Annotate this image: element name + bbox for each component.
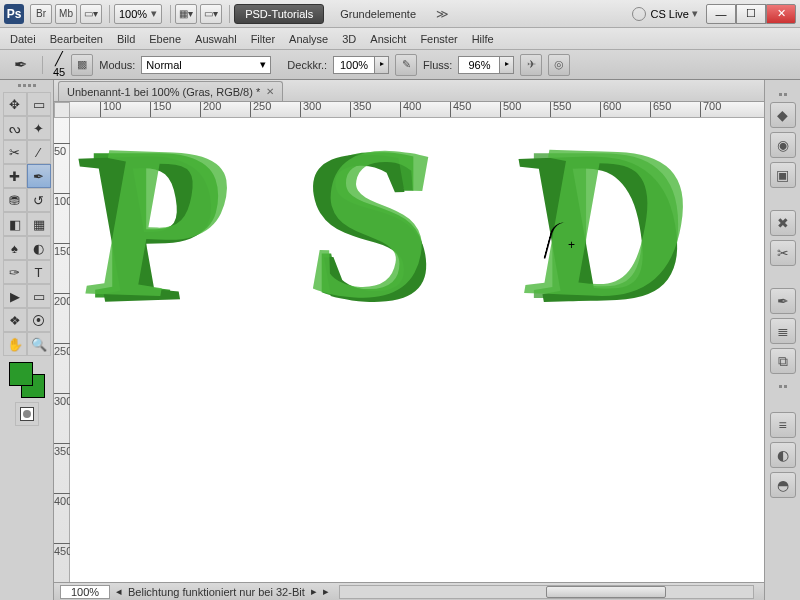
brush-size-label: 45 (53, 66, 65, 78)
cslive-icon (632, 7, 646, 21)
lasso-tool[interactable]: ᔓ (3, 116, 27, 140)
screenmode-button[interactable]: ▭▾ (200, 4, 222, 24)
status-text: Belichtung funktioniert nur bei 32-Bit (128, 586, 305, 598)
shape-tool[interactable]: ▭ (27, 284, 51, 308)
view-extras-button[interactable]: ▭▾ (80, 4, 102, 24)
flow-stepper[interactable]: ▸ (500, 56, 514, 74)
ruler-tick: 300 (300, 102, 321, 118)
workspace-secondary[interactable]: Grundelemente (330, 4, 426, 24)
horizontal-scrollbar[interactable] (339, 585, 754, 599)
ruler-tick: 400 (400, 102, 421, 118)
minimize-button[interactable]: — (706, 4, 736, 24)
ruler-horizontal[interactable]: 100150200250300350400450500550600650700 (70, 102, 764, 118)
arrange-button[interactable]: ▦▾ (175, 4, 197, 24)
menu-auswahl[interactable]: Auswahl (195, 33, 237, 45)
brushpresets-panel-icon[interactable]: ≣ (770, 318, 796, 344)
foreground-color[interactable] (9, 362, 33, 386)
ruler-tick: 350 (350, 102, 371, 118)
channels-panel-icon[interactable]: ◐ (770, 442, 796, 468)
workspace-more[interactable]: ≫ (436, 7, 449, 21)
swatches-panel-icon[interactable]: ◉ (770, 132, 796, 158)
maximize-button[interactable]: ☐ (736, 4, 766, 24)
type-tool[interactable]: T (27, 260, 51, 284)
eyedropper-tool[interactable]: ⁄ (27, 140, 51, 164)
brush-panel-toggle[interactable]: ▩ (71, 54, 93, 76)
cslive[interactable]: CS Live ▾ (632, 7, 698, 21)
brush-preset-picker[interactable]: ╱ 45 (53, 51, 65, 78)
dodge-tool[interactable]: ◐ (27, 236, 51, 260)
history-brush-tool[interactable]: ↺ (27, 188, 51, 212)
ruler-tick: 250 (250, 102, 271, 118)
ruler-tick: 250 (54, 343, 70, 357)
blend-mode-select[interactable]: Normal▾ (141, 56, 271, 74)
menu-3d[interactable]: 3D (342, 33, 356, 45)
tablet-opacity-button[interactable]: ✎ (395, 54, 417, 76)
ruler-origin[interactable] (54, 102, 70, 118)
menu-bar: Datei Bearbeiten Bild Ebene Auswahl Filt… (0, 28, 800, 50)
color-panel-icon[interactable]: ◆ (770, 102, 796, 128)
eraser-tool[interactable]: ◧ (3, 212, 27, 236)
brush-panel-icon[interactable]: ✒ (770, 288, 796, 314)
adjustments-panel-icon[interactable]: ✖ (770, 210, 796, 236)
ruler-tick: 650 (650, 102, 671, 118)
ruler-tick: 100 (54, 193, 70, 207)
healing-tool[interactable]: ✚ (3, 164, 27, 188)
marquee-tool[interactable]: ▭ (27, 92, 51, 116)
tool-preset-icon[interactable]: ✒ (8, 53, 32, 77)
tablet-size-button[interactable]: ◎ (548, 54, 570, 76)
menu-ebene[interactable]: Ebene (149, 33, 181, 45)
workspace-primary[interactable]: PSD-Tutorials (234, 4, 324, 24)
paths-panel-icon[interactable]: ◓ (770, 472, 796, 498)
ruler-tick: 450 (54, 543, 70, 557)
3d-tool[interactable]: ❖ (3, 308, 27, 332)
status-menu[interactable]: ▸ (323, 585, 329, 598)
canvas-viewport[interactable]: P S D + (70, 118, 764, 582)
menu-analyse[interactable]: Analyse (289, 33, 328, 45)
menu-ansicht[interactable]: Ansicht (370, 33, 406, 45)
ruler-vertical[interactable]: 50100150200250300350400450 (54, 118, 70, 582)
clone-panel-icon[interactable]: ⧉ (770, 348, 796, 374)
dock-grip[interactable] (770, 90, 796, 98)
menu-datei[interactable]: Datei (10, 33, 36, 45)
menu-fenster[interactable]: Fenster (420, 33, 457, 45)
document-tab[interactable]: Unbenannt-1 bei 100% (Gras, RGB/8) * ✕ (58, 81, 283, 101)
move-tool[interactable]: ✥ (3, 92, 27, 116)
brush-tool[interactable]: ✒ (27, 164, 51, 188)
tools-panel: ✥ ▭ ᔓ ✦ ✂ ⁄ ✚ ✒ ⛃ ↺ ◧ ▦ ♠ ◐ ✑ T ▶ ▭ ❖ ⦿ … (0, 80, 54, 600)
quickmask-button[interactable] (15, 402, 39, 426)
hand-tool[interactable]: ✋ (3, 332, 27, 356)
gradient-tool[interactable]: ▦ (27, 212, 51, 236)
3d-camera-tool[interactable]: ⦿ (27, 308, 51, 332)
minibridge-button[interactable]: Mb (55, 4, 77, 24)
stamp-tool[interactable]: ⛃ (3, 188, 27, 212)
blur-tool[interactable]: ♠ (3, 236, 27, 260)
crop-tool[interactable]: ✂ (3, 140, 27, 164)
canvas[interactable]: P S D + (70, 118, 764, 582)
scrollbar-thumb[interactable] (546, 586, 666, 598)
styles-panel-icon[interactable]: ▣ (770, 162, 796, 188)
menu-bild[interactable]: Bild (117, 33, 135, 45)
status-zoom-input[interactable]: 100% (60, 585, 110, 599)
close-button[interactable]: ✕ (766, 4, 796, 24)
opacity-input[interactable]: 100% (333, 56, 375, 74)
airbrush-button[interactable]: ✈ (520, 54, 542, 76)
dock-collapse-icon[interactable] (770, 382, 796, 390)
close-tab-icon[interactable]: ✕ (266, 86, 274, 97)
path-select-tool[interactable]: ▶ (3, 284, 27, 308)
status-arrow-right[interactable]: ▸ (311, 585, 317, 598)
panel-grip[interactable] (6, 84, 48, 90)
flow-input[interactable]: 96% (458, 56, 500, 74)
opacity-stepper[interactable]: ▸ (375, 56, 389, 74)
wand-tool[interactable]: ✦ (27, 116, 51, 140)
zoom-tool[interactable]: 🔍 (27, 332, 51, 356)
masks-panel-icon[interactable]: ✂ (770, 240, 796, 266)
menu-hilfe[interactable]: Hilfe (472, 33, 494, 45)
color-swatches[interactable] (9, 362, 45, 398)
menu-bearbeiten[interactable]: Bearbeiten (50, 33, 103, 45)
menu-filter[interactable]: Filter (251, 33, 275, 45)
status-arrow-left[interactable]: ◂ (116, 585, 122, 598)
zoom-select[interactable]: 100% (114, 4, 162, 24)
layers-panel-icon[interactable]: ≡ (770, 412, 796, 438)
bridge-button[interactable]: Br (30, 4, 52, 24)
pen-tool[interactable]: ✑ (3, 260, 27, 284)
